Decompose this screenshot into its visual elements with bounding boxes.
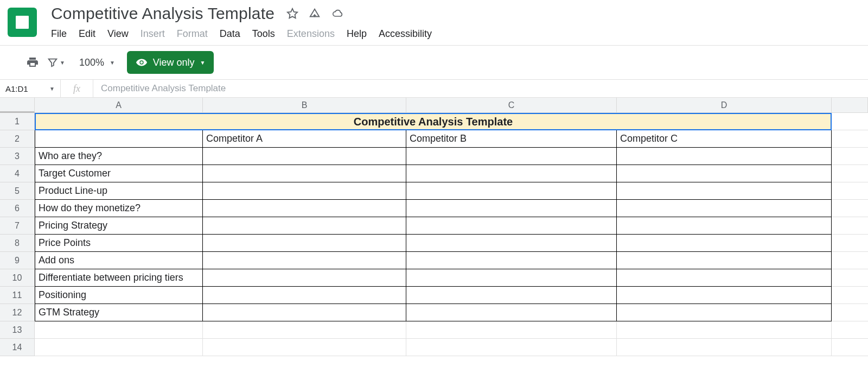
cell-b7[interactable]: [203, 217, 406, 235]
cell-d4[interactable]: [617, 165, 832, 182]
star-icon[interactable]: [286, 8, 298, 20]
cell-d6[interactable]: [617, 200, 832, 217]
cell-d11[interactable]: [617, 287, 832, 304]
cell-a11[interactable]: Positioning: [35, 287, 203, 304]
cell-d2[interactable]: Competitor C: [617, 130, 832, 148]
formula-input[interactable]: Competitive Analysis Template: [93, 80, 868, 97]
cell-b2[interactable]: Competitor A: [203, 130, 406, 148]
menu-tools[interactable]: Tools: [252, 28, 275, 40]
row-header-6[interactable]: 6: [0, 200, 35, 217]
row-header-10[interactable]: 10: [0, 269, 35, 287]
cell-a9[interactable]: Add ons: [35, 252, 203, 269]
cell-b5[interactable]: [203, 182, 406, 200]
cell-overflow[interactable]: [832, 339, 868, 356]
cell-c13[interactable]: [406, 321, 617, 339]
cell-overflow[interactable]: [832, 287, 868, 304]
cell-a13[interactable]: [35, 321, 203, 339]
menu-view[interactable]: View: [107, 28, 129, 40]
row-header-9[interactable]: 9: [0, 252, 35, 269]
cell-a10[interactable]: Differentiate between pricing tiers: [35, 269, 203, 287]
cell-a12[interactable]: GTM Strategy: [35, 304, 203, 321]
zoom-selector[interactable]: 100% ▼: [79, 57, 115, 68]
row-header-7[interactable]: 7: [0, 217, 35, 235]
menu-help[interactable]: Help: [347, 28, 367, 40]
cell-merged-title[interactable]: Competitive Analysis Template: [35, 113, 832, 130]
cell-c11[interactable]: [406, 287, 617, 304]
menu-edit[interactable]: Edit: [79, 28, 95, 40]
cell-c2[interactable]: Competitor B: [406, 130, 617, 148]
cell-d5[interactable]: [617, 182, 832, 200]
cell-overflow[interactable]: [832, 304, 868, 321]
cell-overflow[interactable]: [832, 269, 868, 287]
filter-icon[interactable]: [47, 56, 59, 68]
menu-file[interactable]: File: [51, 28, 67, 40]
row-header-3[interactable]: 3: [0, 148, 35, 165]
cell-c5[interactable]: [406, 182, 617, 200]
cloud-status-icon[interactable]: [331, 8, 345, 19]
cell-a6[interactable]: How do they monetize?: [35, 200, 203, 217]
cell-a2[interactable]: [35, 130, 203, 148]
view-only-button[interactable]: View only ▼: [127, 51, 214, 74]
row-header-13[interactable]: 13: [0, 321, 35, 339]
cell-overflow[interactable]: [832, 113, 868, 130]
cell-a7[interactable]: Pricing Strategy: [35, 217, 203, 235]
cell-d10[interactable]: [617, 269, 832, 287]
cell-d3[interactable]: [617, 148, 832, 165]
cell-d13[interactable]: [617, 321, 832, 339]
cell-d14[interactable]: [617, 339, 832, 356]
cell-b11[interactable]: [203, 287, 406, 304]
cell-d9[interactable]: [617, 252, 832, 269]
cell-d8[interactable]: [617, 235, 832, 252]
col-header-b[interactable]: B: [203, 98, 406, 113]
row-header-2[interactable]: 2: [0, 130, 35, 148]
name-box[interactable]: A1:D1 ▼: [0, 80, 61, 97]
col-header-a[interactable]: A: [35, 98, 203, 113]
col-header-d[interactable]: D: [617, 98, 832, 113]
print-icon[interactable]: [26, 56, 39, 69]
cell-overflow[interactable]: [832, 148, 868, 165]
cell-b6[interactable]: [203, 200, 406, 217]
cell-c9[interactable]: [406, 252, 617, 269]
move-to-drive-icon[interactable]: [308, 8, 321, 20]
cell-overflow[interactable]: [832, 321, 868, 339]
cell-overflow[interactable]: [832, 130, 868, 148]
row-header-12[interactable]: 12: [0, 304, 35, 321]
row-header-1[interactable]: 1: [0, 113, 35, 130]
cell-b4[interactable]: [203, 165, 406, 182]
cell-overflow[interactable]: [832, 217, 868, 235]
cell-c3[interactable]: [406, 148, 617, 165]
cell-c8[interactable]: [406, 235, 617, 252]
col-header-c[interactable]: C: [406, 98, 617, 113]
cell-b10[interactable]: [203, 269, 406, 287]
cell-b8[interactable]: [203, 235, 406, 252]
cell-a14[interactable]: [35, 339, 203, 356]
cell-b3[interactable]: [203, 148, 406, 165]
cell-b14[interactable]: [203, 339, 406, 356]
cell-c4[interactable]: [406, 165, 617, 182]
cell-d7[interactable]: [617, 217, 832, 235]
row-header-14[interactable]: 14: [0, 339, 35, 356]
menu-accessibility[interactable]: Accessibility: [379, 28, 432, 40]
cell-a3[interactable]: Who are they?: [35, 148, 203, 165]
document-title[interactable]: Competitive Analysis Template: [51, 4, 275, 23]
cell-a5[interactable]: Product Line-up: [35, 182, 203, 200]
cell-b9[interactable]: [203, 252, 406, 269]
cell-c7[interactable]: [406, 217, 617, 235]
row-header-8[interactable]: 8: [0, 235, 35, 252]
menu-data[interactable]: Data: [220, 28, 240, 40]
cell-d12[interactable]: [617, 304, 832, 321]
cell-overflow[interactable]: [832, 235, 868, 252]
spreadsheet-grid[interactable]: A B C D 1 Competitive Analysis Template …: [0, 98, 868, 356]
row-header-4[interactable]: 4: [0, 165, 35, 182]
cell-c10[interactable]: [406, 269, 617, 287]
cell-b12[interactable]: [203, 304, 406, 321]
select-all-corner[interactable]: [0, 98, 35, 113]
cell-a8[interactable]: Price Points: [35, 235, 203, 252]
cell-b13[interactable]: [203, 321, 406, 339]
row-header-5[interactable]: 5: [0, 182, 35, 200]
cell-overflow[interactable]: [832, 200, 868, 217]
cell-c12[interactable]: [406, 304, 617, 321]
cell-overflow[interactable]: [832, 182, 868, 200]
cell-overflow[interactable]: [832, 165, 868, 182]
cell-c6[interactable]: [406, 200, 617, 217]
